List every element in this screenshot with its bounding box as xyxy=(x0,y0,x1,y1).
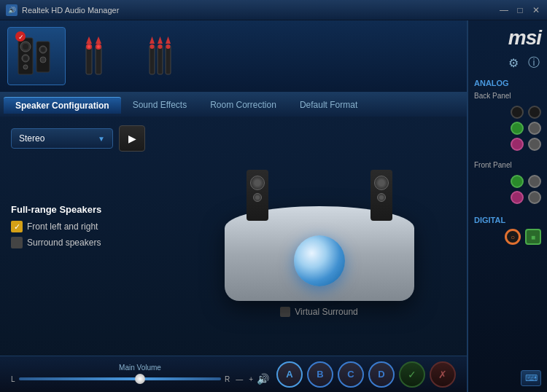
front-speakers-label: Front left and right xyxy=(27,222,98,232)
confirm-button[interactable]: ✓ xyxy=(399,361,425,388)
back-panel-row2 xyxy=(474,122,541,135)
svg-point-25 xyxy=(166,44,170,49)
dropdown-arrow-icon: ▼ xyxy=(98,135,105,143)
window-title: Realtek HD Audio Manager xyxy=(22,6,499,15)
left-controls: Stereo ▼ ▶ Full-range Speakers ✓ Front l… xyxy=(11,125,171,347)
msi-logo: msi xyxy=(474,26,541,55)
speaker-left xyxy=(247,170,268,221)
volume-left-label: L xyxy=(11,375,15,383)
minimize-button[interactable]: — xyxy=(499,5,509,15)
device-speakers[interactable]: ✓ xyxy=(7,27,66,85)
back-panel-row3 xyxy=(474,138,541,151)
tab-room-correction[interactable]: Room Correction xyxy=(198,97,288,113)
profile-d-button[interactable]: D xyxy=(368,361,395,388)
speaker-grille-right-top xyxy=(374,176,389,190)
main-container: ✓ xyxy=(0,20,547,392)
speakers-section: Full-range Speakers ✓ Front left and rig… xyxy=(11,204,171,253)
volume-slider[interactable] xyxy=(19,377,221,380)
back-panel-label: Back Panel xyxy=(474,92,541,100)
digital-optical-button[interactable]: ○ xyxy=(505,229,521,245)
svg-point-8 xyxy=(41,47,45,52)
svg-point-5 xyxy=(23,65,28,69)
play-button[interactable]: ▶ xyxy=(119,125,145,152)
tab-sound-effects[interactable]: Sound Effects xyxy=(121,97,199,113)
volume-separator: — xyxy=(236,375,243,383)
svg-point-21 xyxy=(150,44,154,49)
svg-rect-24 xyxy=(166,45,171,74)
bottom-right-section: ⌨ xyxy=(474,370,541,386)
jack-front-green[interactable] xyxy=(511,175,524,188)
jack-front-gray1[interactable] xyxy=(528,175,541,188)
vis-area: Virtual Surround xyxy=(182,125,456,347)
analog-title: ANALOG xyxy=(474,79,541,87)
bottom-bar: Main Volume L R — + 🔊 A B C D ✓ ✗ xyxy=(0,356,467,392)
svg-text:✓: ✓ xyxy=(18,34,24,41)
speaker-volume-icon: 🔊 xyxy=(257,373,269,385)
content-area: Stereo ▼ ▶ Full-range Speakers ✓ Front l… xyxy=(0,117,467,356)
title-bar: 🔊 Realtek HD Audio Manager — □ ✕ xyxy=(0,0,547,20)
audio-orb xyxy=(294,235,345,286)
volume-row: L R — + 🔊 xyxy=(11,373,269,385)
profile-a-button[interactable]: A xyxy=(276,361,303,388)
digital-spdif-button[interactable]: ■ xyxy=(525,229,541,245)
volume-plus-label: + xyxy=(249,375,253,383)
volume-right-label: R xyxy=(225,375,230,383)
speaker-grille-left-top xyxy=(250,176,265,190)
speakers-icon: ✓ xyxy=(15,31,58,82)
cancel-button[interactable]: ✗ xyxy=(430,361,456,388)
maximize-button[interactable]: □ xyxy=(515,5,525,15)
svg-rect-22 xyxy=(158,45,163,74)
speaker-grille-left-bottom xyxy=(253,193,262,202)
tabs-bar: Speaker Configuration Sound Effects Room… xyxy=(0,93,467,117)
svg-point-2 xyxy=(23,44,28,50)
jack-back-black2[interactable] xyxy=(528,106,541,119)
volume-thumb xyxy=(135,374,145,384)
jack-back-green[interactable] xyxy=(511,122,524,135)
front-speakers-checkbox[interactable]: ✓ xyxy=(11,221,23,232)
front-panel-row2 xyxy=(474,191,541,204)
speaker-right xyxy=(371,170,392,221)
svg-point-17 xyxy=(97,45,100,48)
speaker-stage xyxy=(217,155,422,301)
device-input2[interactable] xyxy=(139,27,197,85)
window-controls: — □ ✕ xyxy=(499,5,541,15)
svg-point-4 xyxy=(23,56,28,60)
jack-back-black1[interactable] xyxy=(511,106,524,119)
volume-label: Main Volume xyxy=(119,364,161,372)
jack-front-pink[interactable] xyxy=(511,191,524,204)
close-button[interactable]: ✕ xyxy=(531,5,541,15)
keyboard-shortcut-button[interactable]: ⌨ xyxy=(521,370,541,386)
device-bar: ✓ xyxy=(0,20,467,93)
info-icon[interactable]: ⓘ xyxy=(527,55,541,70)
surround-speakers-label: Surround speakers xyxy=(27,238,101,248)
digital-buttons: ○ ■ xyxy=(474,229,541,245)
svg-point-14 xyxy=(88,45,90,48)
profile-b-button[interactable]: B xyxy=(307,361,333,388)
bottom-buttons: A B C D ✓ ✗ xyxy=(276,361,456,388)
rca-input-icon xyxy=(148,31,188,82)
tab-speaker-config[interactable]: Speaker Configuration xyxy=(4,97,121,114)
jack-front-gray2[interactable] xyxy=(528,191,541,204)
virtual-surround-checkbox[interactable] xyxy=(280,307,290,317)
svg-rect-20 xyxy=(150,45,155,74)
svg-point-23 xyxy=(158,44,162,49)
surround-speakers-checkbox[interactable] xyxy=(11,237,23,248)
profile-c-button[interactable]: C xyxy=(338,361,364,388)
play-icon: ▶ xyxy=(128,133,136,144)
front-panel-row1 xyxy=(474,175,541,188)
volume-section: Main Volume L R — + 🔊 xyxy=(11,364,269,385)
front-speakers-row: ✓ Front left and right xyxy=(11,221,171,232)
svg-marker-18 xyxy=(86,36,92,44)
back-panel-row1 xyxy=(474,106,541,119)
jack-back-pink[interactable] xyxy=(511,138,524,151)
device-input1[interactable] xyxy=(73,27,131,85)
settings-icon[interactable]: ⚙ xyxy=(506,55,521,70)
tab-default-format[interactable]: Default Format xyxy=(288,97,369,113)
speaker-mode-dropdown[interactable]: Stereo ▼ xyxy=(11,128,113,149)
full-range-title: Full-range Speakers xyxy=(11,204,171,215)
svg-marker-28 xyxy=(166,36,171,44)
jack-back-gray1[interactable] xyxy=(528,122,541,135)
jack-back-gray2[interactable] xyxy=(528,138,541,151)
panel-icons: ⚙ ⓘ xyxy=(474,55,541,70)
surround-speakers-row: Surround speakers xyxy=(11,237,171,248)
